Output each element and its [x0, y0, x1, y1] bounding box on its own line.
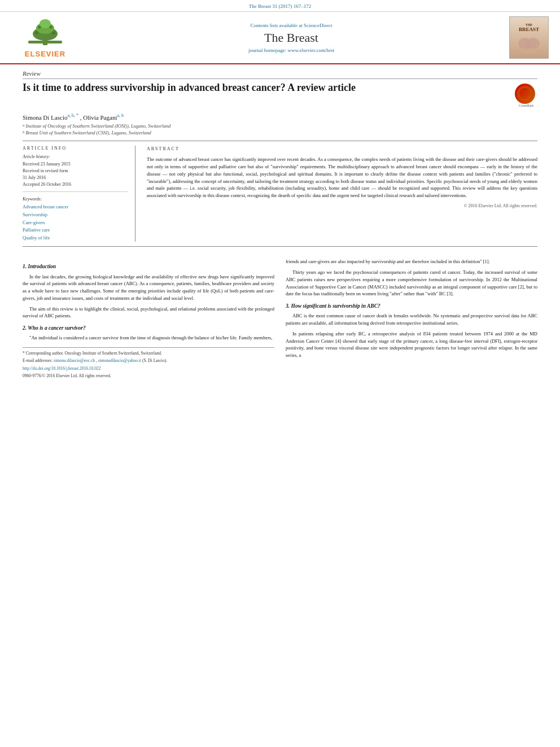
footnote-corresponding: * Corresponding author. Oncology Institu…: [23, 350, 274, 356]
article-title-section: Is it time to address survivorship in ad…: [23, 81, 537, 107]
crossmark-icon[interactable]: ✓: [515, 84, 535, 104]
main-content: Review Is it time to address survivorshi…: [0, 64, 560, 386]
email-suffix: (S. Di Lascio).: [142, 358, 167, 363]
abstract-section: ABSTRACT The outcome of advanced breast …: [147, 146, 537, 242]
journal-homepage: journal homepage: www.elsevier.com/brst: [79, 47, 504, 53]
affiliations: a Institute of Oncology of Southern Swit…: [23, 123, 537, 137]
journal-title: The Breast: [79, 30, 504, 45]
page: The Breast 31 (2017) 167–172: [0, 0, 560, 747]
footnotes: * Corresponding author. Oncology Institu…: [23, 347, 274, 379]
history-item-4: Accepted 26 October 2016: [23, 181, 128, 188]
svg-point-6: [52, 31, 55, 34]
how-sig-para-2: In patients relapsing after early BC, a …: [286, 330, 537, 359]
history-item-2: Received in revised form: [23, 168, 128, 174]
keyword-5: Quality of life: [23, 234, 128, 242]
body-left-col: 1. Introduction In the last decades, the…: [23, 258, 274, 380]
email2-link[interactable]: simonadilascio@yahoo.it: [98, 358, 141, 363]
how-sig-title: 3. How significant is survivorship in AB…: [286, 302, 537, 310]
body-content: 1. Introduction In the last decades, the…: [23, 252, 537, 380]
intro-para-2: The aim of this review is to highlight t…: [23, 305, 274, 320]
breast-logo-icon: [515, 32, 543, 52]
how-sig-para-1: ABC is the most common cause of cancer d…: [286, 312, 537, 327]
who-para-1: "An individual is considered a cancer su…: [23, 334, 274, 342]
body-right-col: friends and care-givers are also impacte…: [286, 258, 537, 380]
keyword-3: Care-givers: [23, 219, 128, 227]
aff1-sup: a: [23, 123, 25, 130]
sciencedirect-text: Contents lists available at ScienceDirec…: [79, 23, 504, 28]
aff1-text: Institute of Oncology of Southern Switze…: [26, 123, 171, 130]
intro-title: 1. Introduction: [23, 263, 274, 270]
article-title: Is it time to address survivorship in ad…: [23, 81, 509, 94]
crossmark-area[interactable]: ✓ CrossMark: [515, 84, 537, 107]
keywords-label: Keywords:: [23, 196, 128, 202]
svg-rect-1: [28, 41, 62, 43]
crossmark-label: CrossMark: [515, 104, 537, 107]
author2-sup: a, b: [117, 113, 124, 118]
article-info-abstract-section: ARTICLE INFO Article history: Received 2…: [23, 141, 537, 247]
email1-link[interactable]: simona.dilascio@eoc.ch: [54, 358, 95, 363]
author1-name: Simona Di Lascio: [23, 114, 67, 121]
keyword-4: Palliative care: [23, 226, 128, 234]
abstract-heading: ABSTRACT: [147, 146, 537, 152]
citation-bar: The Breast 31 (2017) 167–172: [0, 0, 560, 12]
article-type-label: Review: [23, 70, 537, 79]
keyword-2: Survivorship: [23, 211, 128, 219]
right-para-2: Thirty years ago we faced the psychosoci…: [286, 269, 537, 298]
svg-text:✓: ✓: [522, 89, 528, 98]
svg-point-7: [38, 26, 41, 29]
svg-point-10: [526, 38, 540, 49]
abstract-text: The outcome of advanced breast cancer ha…: [147, 156, 537, 199]
email-label: E-mail addresses:: [23, 358, 54, 363]
divider: [23, 191, 128, 192]
keywords-section: Keywords: Advanced breast cancer Survivo…: [23, 196, 128, 242]
history-item-3: 31 July 2016: [23, 174, 128, 181]
svg-point-5: [35, 31, 38, 34]
right-para-1: friends and care-givers are also impacte…: [286, 258, 537, 265]
elsevier-tree-icon: [23, 17, 68, 48]
copyright-line: © 2016 Elsevier Ltd. All rights reserved…: [147, 203, 537, 209]
citation-text: The Breast 31 (2017) 167–172: [249, 3, 311, 9]
keyword-1: Advanced breast cancer: [23, 203, 128, 211]
aff2-sup: b: [23, 130, 25, 137]
crossmark-svg: ✓: [517, 86, 533, 102]
authors-line: Simona Di Lascioa, b, * , Olivia Pagania…: [23, 113, 537, 121]
elsevier-logo-area: ELSEVIER: [11, 17, 79, 58]
doi-link[interactable]: http://dx.doi.org/10.1016/j.breast.2016.…: [23, 366, 100, 371]
svg-point-8: [50, 26, 53, 29]
footnote-issn: 0960-9776/© 2016 Elsevier Ltd. All right…: [23, 373, 274, 379]
homepage-link[interactable]: www.elsevier.com/brst: [288, 47, 334, 53]
journal-header: ELSEVIER Contents lists available at Sci…: [0, 12, 560, 64]
footnote-doi: http://dx.doi.org/10.1016/j.breast.2016.…: [23, 365, 274, 372]
author2-name: , Olivia Pagani: [80, 114, 117, 121]
article-info-heading: ARTICLE INFO: [23, 146, 128, 151]
author1-sup: a, b, *: [67, 113, 78, 118]
article-info-panel: ARTICLE INFO Article history: Received 2…: [23, 146, 135, 242]
elsevier-logo: ELSEVIER: [11, 17, 79, 58]
affiliation-1: a Institute of Oncology of Southern Swit…: [23, 123, 537, 130]
history-label: Article history:: [23, 154, 128, 159]
aff2-text: Breast Unit of Southern Switzerland (CSS…: [26, 130, 151, 137]
elsevier-brand-text: ELSEVIER: [25, 50, 65, 58]
journal-header-center: Contents lists available at ScienceDirec…: [79, 23, 504, 53]
history-item-1: Received 23 January 2015: [23, 161, 128, 168]
affiliation-2: b Breast Unit of Southern Switzerland (C…: [23, 130, 537, 137]
sciencedirect-link-text[interactable]: ScienceDirect: [304, 23, 332, 28]
footnote-email: E-mail addresses: simona.dilascio@eoc.ch…: [23, 357, 274, 364]
svg-point-4: [40, 19, 51, 28]
breast-logo-area: THE BREAST: [504, 16, 549, 59]
breast-journal-logo: THE BREAST: [509, 16, 549, 59]
intro-para-1: In the last decades, the growing biologi…: [23, 273, 274, 302]
who-title: 2. Who is a cancer survivor?: [23, 324, 274, 332]
